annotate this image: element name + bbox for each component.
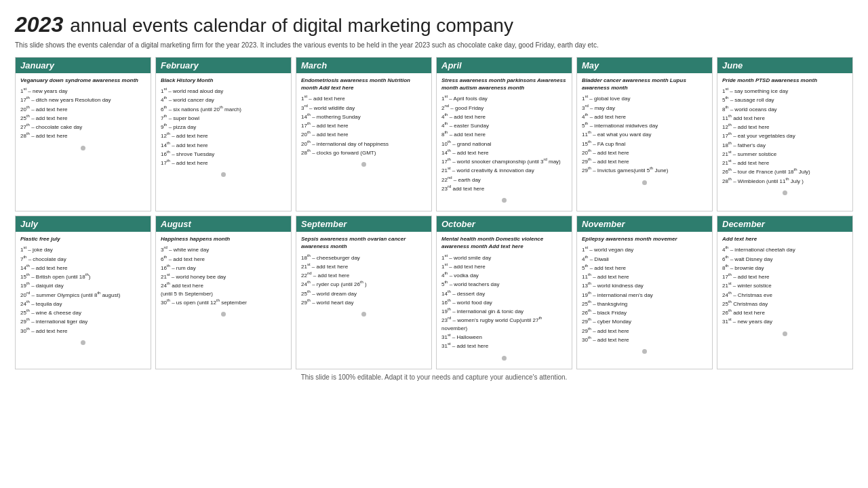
subtitle: This slide shows the events calendar of … [15,41,853,50]
month-header-november: November [577,216,712,232]
month-tagline-july: Plastic free july [20,235,146,243]
card-dot [642,180,647,185]
month-events-december: 4th – international cheetah day6th – wal… [722,245,848,325]
month-tagline-june: Pride month PTSD awareness month [722,77,848,84]
card-dot [502,198,507,203]
month-tagline-december: Add text here [722,235,848,243]
month-card-september: SeptemberSepsis awareness month ovarian … [296,216,432,369]
title-text: annual events calendar of digital market… [70,15,513,37]
month-events-august: 3rd – white wine day6th – add text here1… [161,245,286,306]
month-header-october: October [437,216,572,232]
month-card-january: JanuaryVeganuary down syndrome awareness… [15,57,151,211]
month-card-may: MayBladder cancer awareness month Lupus … [576,57,713,211]
calendar-grid: JanuaryVeganuary down syndrome awareness… [15,57,853,369]
month-tagline-october: Mental health month Domestic violence aw… [441,235,567,250]
month-card-october: OctoberMental health month Domestic viol… [436,216,572,369]
month-tagline-march: Endometriosis awareness month Nutrition … [301,77,427,92]
month-header-march: March [296,58,431,73]
month-header-june: June [717,58,852,73]
title-year: 2023 [15,12,63,37]
card-dot [81,146,85,150]
month-events-july: 1st – joke day7th – chocolate day14th – … [20,245,146,335]
footer-text: This slide is 100% editable. Adapt it to… [15,373,853,381]
month-events-november: 1st – world vegan day4th – Diwali5th – a… [582,245,707,344]
month-header-may: May [577,58,712,73]
month-card-march: MarchEndometriosis awareness month Nutri… [296,57,432,211]
month-header-september: September [296,216,431,232]
month-events-october: 1st – world smile day1st – add text here… [441,253,567,350]
title-row: 2023 annual events calendar of digital m… [15,12,853,37]
month-card-november: NovemberEpilepsy awareness month movemer… [576,216,713,369]
month-card-february: FebruaryBlack History Month1st – world r… [155,57,292,211]
card-dot [361,162,366,167]
card-dot [221,172,226,177]
month-card-april: AprilStress awareness month parkinsons A… [436,57,572,211]
month-card-july: JulyPlastic free july1st – joke day7th –… [15,216,151,369]
month-card-june: JunePride month PTSD awareness month1st … [717,57,853,211]
month-events-september: 18th – cheeseburger day21st – add text h… [301,253,427,307]
month-events-march: 1st – add text here3rd – world wildlife … [301,94,427,157]
month-events-june: 1st – say something ice day5th – sausage… [722,86,848,185]
card-dot [642,349,647,354]
month-events-february: 1st – world read aloud day4th – world ca… [161,86,286,167]
month-header-july: July [16,216,151,232]
month-header-february: February [156,58,291,73]
month-events-april: 1st – April fools day2nd – good Friday4t… [441,94,567,192]
card-dot [81,340,85,345]
month-tagline-april: Stress awareness month parkinsons Awaren… [441,77,567,92]
month-header-august: August [156,216,291,232]
month-tagline-september: Sepsis awareness month ovarian cancer aw… [301,235,427,250]
month-card-august: AugustHappiness happens month3rd – white… [155,216,292,369]
card-dot [361,312,366,317]
card-dot [502,356,507,361]
card-dot [221,312,226,317]
card-dot [783,331,787,336]
month-events-january: 1st – new years day17th – ditch new year… [20,86,146,140]
month-header-april: April [437,58,572,73]
card-dot [783,190,787,195]
month-tagline-august: Happiness happens month [161,235,286,243]
month-tagline-may: Bladder cancer awareness month Lupus awa… [582,77,707,92]
month-card-december: DecemberAdd text here4th – international… [717,216,853,369]
month-header-january: January [16,58,151,73]
month-header-december: December [717,216,852,232]
month-events-may: 1st – global love day3rd – may day4th – … [582,94,707,174]
month-tagline-november: Epilepsy awareness month movemer [582,235,707,243]
month-tagline-february: Black History Month [161,77,286,84]
month-tagline-january: Veganuary down syndrome awareness month [20,77,146,84]
